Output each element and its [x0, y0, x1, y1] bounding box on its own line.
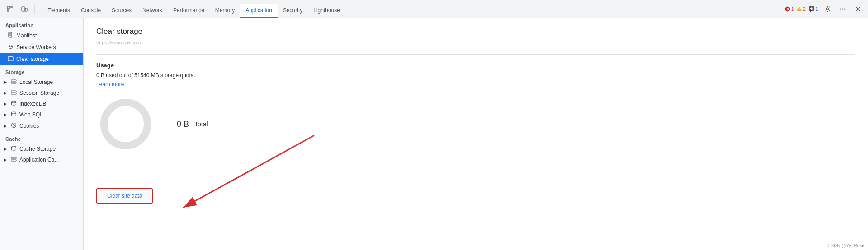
cookies-icon: [10, 122, 17, 130]
sidebar-item-websql-label: Web SQL: [19, 111, 43, 118]
svg-rect-31: [11, 91, 16, 92]
learn-more-link[interactable]: Learn more: [96, 81, 124, 88]
toolbar-divider: [34, 5, 35, 14]
sidebar: Application Manifest Service Workers Cle…: [0, 18, 84, 250]
settings-button[interactable]: [821, 3, 834, 15]
arrow-icon: ▶: [4, 147, 7, 151]
arrow-icon: ▶: [4, 102, 7, 106]
more-options-button[interactable]: [836, 3, 849, 15]
svg-rect-40: [11, 157, 16, 159]
chart-area: 0 B Total: [96, 95, 855, 153]
chart-total-label: Total: [194, 120, 208, 128]
svg-text:✕: ✕: [786, 7, 789, 11]
sidebar-item-cookies[interactable]: ▶ Cookies: [0, 120, 83, 132]
sidebar-item-websql[interactable]: ▶ Web SQL: [0, 109, 83, 120]
content-area: Clear storage https://example.com Usage …: [84, 18, 868, 250]
devtools-toolbar: Elements Console Sources Network Perform…: [0, 0, 868, 18]
sidebar-item-app-cache-label: Application Ca...: [19, 157, 59, 163]
page-title: Clear storage: [96, 27, 855, 36]
svg-rect-29: [11, 80, 16, 81]
sidebar-item-cookies-label: Cookies: [19, 123, 39, 129]
toolbar-right: ✕ 1 ! 2 💬 1: [785, 3, 864, 15]
sidebar-item-session-storage[interactable]: ▶ Session Storage: [0, 88, 83, 98]
svg-point-17: [842, 8, 844, 9]
tab-lighthouse[interactable]: Lighthouse: [308, 4, 345, 18]
tab-sources[interactable]: Sources: [106, 4, 137, 18]
sidebar-item-app-cache[interactable]: ▶ Application Ca...: [0, 154, 83, 165]
svg-rect-32: [11, 93, 16, 94]
usage-label: Usage: [96, 62, 855, 69]
tab-application[interactable]: Application: [240, 4, 278, 18]
svg-rect-7: [25, 8, 27, 11]
sidebar-section-storage: Storage: [0, 65, 83, 77]
clear-site-data-button[interactable]: Clear site data: [98, 190, 151, 202]
donut-chart: [96, 95, 155, 153]
error-badge[interactable]: ✕ 1: [785, 6, 794, 12]
svg-rect-0: [7, 6, 9, 9]
sidebar-item-service-worker[interactable]: Service Workers: [0, 42, 83, 53]
svg-rect-6: [22, 7, 25, 11]
sidebar-section-application: Application: [0, 18, 83, 30]
arrow-icon: ▶: [4, 157, 7, 162]
url-text: https://example.com: [96, 40, 855, 45]
service-worker-icon: [7, 44, 14, 51]
tab-elements[interactable]: Elements: [42, 4, 75, 18]
session-storage-icon: [10, 90, 17, 96]
chart-total: 0 B Total: [177, 120, 208, 129]
sidebar-item-clear-storage[interactable]: Clear storage: [0, 53, 83, 65]
sidebar-item-cache-storage[interactable]: ▶ Cache Storage: [0, 144, 83, 154]
close-button[interactable]: [852, 3, 864, 15]
local-storage-icon: [10, 79, 17, 85]
device-toggle-button[interactable]: [18, 3, 31, 15]
watermark: CSDN @Yy_Rose: [827, 243, 864, 248]
svg-rect-30: [11, 82, 16, 83]
tab-network[interactable]: Network: [137, 4, 168, 18]
svg-point-37: [14, 125, 15, 126]
sidebar-section-cache: Cache: [0, 132, 83, 144]
arrow-icon: ▶: [4, 80, 7, 84]
svg-point-34: [11, 112, 16, 114]
clear-storage-icon: [7, 56, 14, 63]
svg-point-36: [13, 124, 14, 125]
svg-text:💬: 💬: [809, 7, 813, 11]
tab-memory[interactable]: Memory: [210, 4, 240, 18]
main-layout: Application Manifest Service Workers Cle…: [0, 18, 868, 250]
svg-point-33: [11, 101, 16, 103]
websql-icon: [10, 111, 17, 118]
app-cache-icon: [10, 157, 17, 163]
sidebar-item-manifest-label: Manifest: [16, 32, 37, 39]
sidebar-item-session-storage-label: Session Storage: [19, 90, 59, 96]
svg-point-15: [826, 8, 829, 10]
sidebar-item-indexeddb-label: IndexedDB: [19, 101, 46, 107]
tab-performance[interactable]: Performance: [168, 4, 210, 18]
button-area: Clear site data: [96, 181, 855, 204]
sidebar-item-clear-storage-label: Clear storage: [16, 56, 49, 62]
arrow-icon: ▶: [4, 124, 7, 128]
sidebar-item-indexeddb[interactable]: ▶ IndexedDB: [0, 98, 83, 109]
section-divider: [96, 54, 855, 55]
clear-btn-wrapper: Clear site data: [96, 188, 153, 204]
sidebar-item-local-storage[interactable]: ▶ Local Storage: [0, 77, 83, 88]
arrow-icon: ▶: [4, 91, 7, 95]
svg-rect-41: [11, 160, 16, 161]
sidebar-item-local-storage-label: Local Storage: [19, 79, 53, 85]
svg-rect-26: [8, 57, 13, 61]
sidebar-item-manifest[interactable]: Manifest: [0, 30, 83, 42]
svg-point-38: [13, 126, 14, 127]
tab-console[interactable]: Console: [75, 4, 106, 18]
sidebar-item-cache-storage-label: Cache Storage: [19, 146, 56, 152]
svg-text:!: !: [799, 8, 800, 11]
svg-point-42: [104, 102, 147, 146]
warn-badge[interactable]: ! 2: [797, 6, 806, 12]
tab-security[interactable]: Security: [278, 4, 308, 18]
svg-point-16: [840, 8, 841, 9]
svg-point-35: [11, 123, 16, 128]
indexeddb-icon: [10, 101, 17, 107]
info-badge[interactable]: 💬 1: [808, 6, 818, 12]
arrow-icon: ▶: [4, 112, 7, 117]
chart-total-value: 0 B: [177, 120, 189, 129]
sidebar-item-service-worker-label: Service Workers: [16, 44, 56, 51]
svg-point-39: [11, 146, 16, 148]
inspect-element-button[interactable]: [4, 3, 16, 15]
cache-storage-icon: [10, 146, 17, 152]
